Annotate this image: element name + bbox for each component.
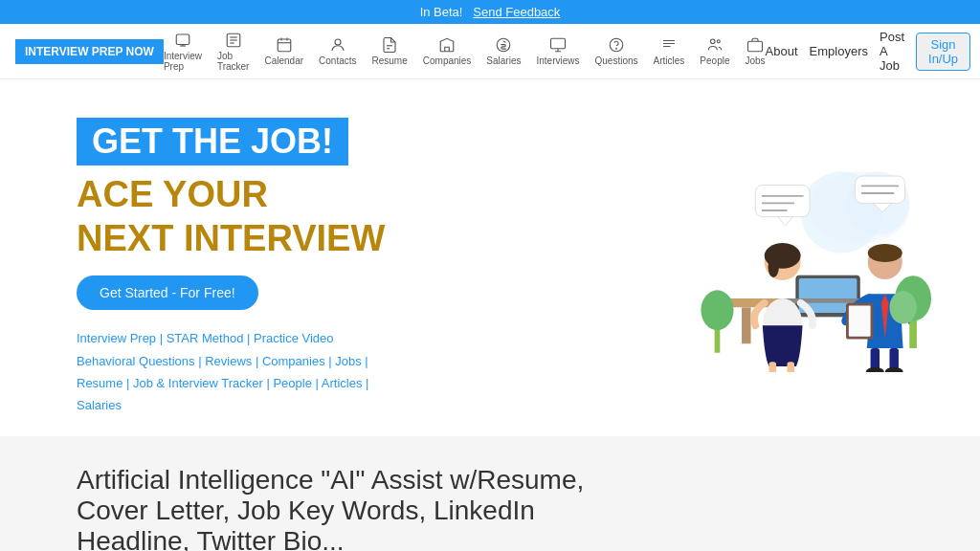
- nav-label: Calendar: [264, 55, 303, 66]
- nav-label: Questions: [595, 55, 638, 66]
- nav-label: Companies: [423, 55, 472, 66]
- svg-rect-49: [849, 306, 871, 337]
- top-nav: INTERVIEW PREP NOW Interview Prep Job Tr…: [0, 24, 980, 79]
- nav-item-interview-prep[interactable]: Interview Prep: [164, 32, 202, 72]
- about-link[interactable]: About: [766, 44, 798, 58]
- hero-link-line4: Salaries: [77, 394, 578, 416]
- hero-section: GET THE JOB! ACE YOUR NEXT INTERVIEW Get…: [0, 79, 980, 436]
- hero-link-line2: Behavioral Questions | Reviews | Compani…: [77, 350, 578, 372]
- post-job-link[interactable]: Post A Job: [880, 30, 904, 73]
- nav-label: Jobs: [745, 55, 765, 66]
- ai-section: Artificial Intelligence "AI" Assist w/Re…: [0, 436, 980, 551]
- nav-item-resume[interactable]: Resume: [372, 36, 408, 66]
- svg-point-56: [889, 292, 916, 324]
- get-started-button[interactable]: Get Started - For Free!: [77, 276, 258, 310]
- svg-rect-24: [755, 186, 810, 217]
- hero-links: Interview Prep | STAR Method | Practice …: [77, 327, 578, 417]
- svg-rect-44: [787, 363, 794, 373]
- hero-link-line3: Resume | Job & Interview Tracker | Peopl…: [77, 372, 578, 394]
- nav-item-job-tracker[interactable]: Job Tracker: [217, 32, 250, 72]
- nav-item-articles[interactable]: Articles: [654, 36, 685, 66]
- nav-label: People: [700, 55, 729, 66]
- ace-your-heading: ACE YOUR: [77, 173, 578, 217]
- nav-label: Resume: [372, 55, 408, 66]
- svg-rect-20: [748, 41, 763, 52]
- svg-point-16: [610, 38, 623, 52]
- employers-link[interactable]: Employers: [810, 44, 868, 58]
- nav-label: Salaries: [486, 55, 521, 66]
- svg-point-11: [335, 39, 341, 45]
- interview-illustration: [588, 152, 932, 372]
- brand-logo[interactable]: INTERVIEW PREP NOW: [15, 39, 164, 64]
- beta-banner: In Beta! Send Feedback: [0, 0, 980, 24]
- hero-link-line1: Interview Prep | STAR Method | Practice …: [77, 327, 578, 349]
- svg-point-53: [885, 367, 903, 372]
- nav-item-people[interactable]: People: [700, 36, 729, 66]
- hero-right: [578, 108, 942, 417]
- svg-rect-34: [742, 308, 750, 344]
- svg-marker-25: [778, 217, 792, 226]
- svg-rect-43: [768, 363, 776, 373]
- nav-item-jobs[interactable]: Jobs: [745, 36, 765, 66]
- svg-point-47: [868, 244, 902, 262]
- svg-point-52: [866, 367, 884, 372]
- sign-in-button[interactable]: Sign In/Up: [916, 33, 970, 71]
- svg-point-18: [710, 39, 715, 44]
- nav-item-contacts[interactable]: Contacts: [319, 36, 356, 66]
- send-feedback-link[interactable]: Send Feedback: [473, 5, 560, 19]
- nav-item-calendar[interactable]: Calendar: [264, 36, 303, 66]
- nav-label: Job Tracker: [217, 51, 250, 72]
- nav-item-companies[interactable]: Companies: [423, 36, 472, 66]
- hero-left: GET THE JOB! ACE YOUR NEXT INTERVIEW Get…: [77, 108, 578, 417]
- nav-icons: Interview Prep Job Tracker Calendar Cont…: [164, 32, 766, 72]
- svg-rect-29: [855, 176, 904, 203]
- beta-text: In Beta!: [420, 5, 463, 19]
- nav-item-salaries[interactable]: Salaries: [486, 36, 521, 66]
- svg-rect-0: [176, 34, 189, 45]
- svg-point-19: [717, 40, 720, 43]
- nav-label: Interview Prep: [164, 51, 202, 72]
- nav-label: Interviews: [537, 55, 580, 66]
- next-interview-heading: NEXT INTERVIEW: [77, 217, 578, 261]
- svg-point-17: [616, 48, 617, 49]
- svg-point-42: [768, 256, 779, 278]
- nav-item-questions[interactable]: Questions: [595, 36, 638, 66]
- svg-rect-15: [551, 38, 566, 49]
- svg-rect-7: [278, 39, 291, 52]
- nav-label: Articles: [654, 55, 685, 66]
- nav-right: About Employers Post A Job Sign In/Up: [766, 30, 971, 73]
- nav-label: Contacts: [319, 55, 356, 66]
- nav-item-interviews[interactable]: Interviews: [537, 36, 580, 66]
- get-the-job-heading: GET THE JOB!: [77, 118, 348, 165]
- svg-point-58: [701, 291, 733, 331]
- ai-title: Artificial Intelligence "AI" Assist w/Re…: [77, 465, 651, 551]
